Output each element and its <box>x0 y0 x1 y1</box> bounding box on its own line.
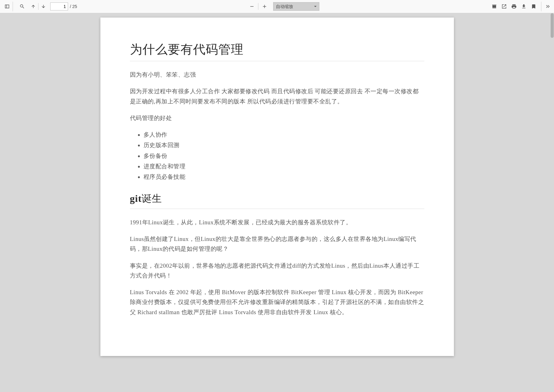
toolbar-center: 自动缩放 <box>77 2 489 11</box>
toolbar-right <box>489 2 551 11</box>
minus-icon <box>249 4 255 9</box>
next-page-button[interactable] <box>38 2 48 11</box>
open-icon <box>501 4 507 9</box>
plus-icon <box>262 4 267 9</box>
presentation-icon <box>491 4 497 9</box>
chevrons-right-icon <box>545 4 550 9</box>
arrow-up-icon <box>30 4 36 9</box>
more-tools-button[interactable] <box>541 2 551 11</box>
print-button[interactable] <box>509 2 519 11</box>
toolbar: / 25 自动缩放 <box>0 0 554 13</box>
zoom-in-button[interactable] <box>260 2 269 11</box>
sidebar-icon <box>4 4 10 9</box>
presentation-button[interactable] <box>489 2 499 11</box>
open-file-button[interactable] <box>499 2 509 11</box>
divider <box>258 3 258 10</box>
prev-page-button[interactable] <box>28 2 38 11</box>
page-number-input[interactable] <box>50 2 68 10</box>
zoom-select[interactable]: 自动缩放 <box>273 2 319 11</box>
search-icon <box>19 4 25 9</box>
page-total-label: / 25 <box>70 4 77 9</box>
search-button[interactable] <box>17 2 27 11</box>
zoom-out-button[interactable] <box>247 2 257 11</box>
sidebar-toggle-button[interactable] <box>3 2 13 11</box>
download-icon <box>521 4 527 9</box>
print-icon <box>511 4 517 9</box>
toolbar-left: / 25 <box>3 2 77 11</box>
bookmark-button[interactable] <box>529 2 539 11</box>
arrow-down-icon <box>41 4 46 9</box>
bookmark-icon <box>531 4 536 9</box>
download-button[interactable] <box>519 2 529 11</box>
